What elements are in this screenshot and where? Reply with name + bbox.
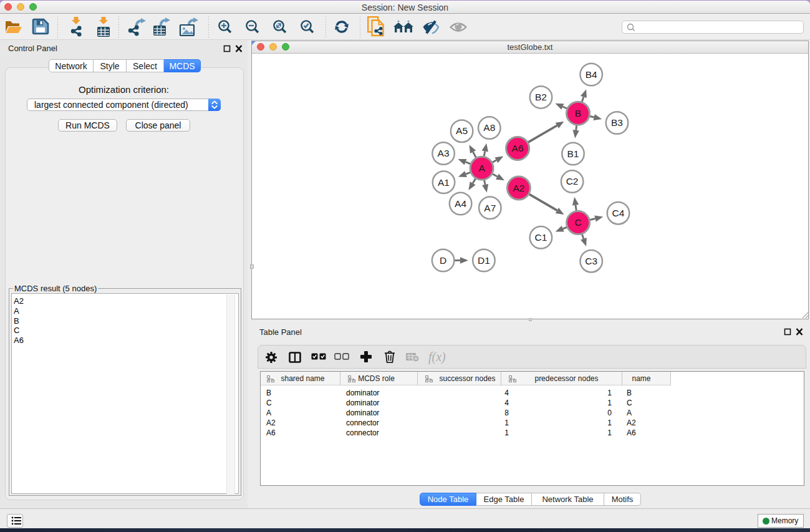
svg-text:B3: B3	[611, 117, 623, 128]
svg-text:A6: A6	[512, 143, 524, 153]
svg-text:C2: C2	[566, 176, 579, 186]
svg-text:D1: D1	[478, 255, 490, 266]
svg-text:A7: A7	[484, 203, 496, 213]
svg-text:C4: C4	[612, 208, 625, 218]
svg-text:B1: B1	[567, 148, 579, 159]
svg-text:A1: A1	[438, 177, 450, 188]
svg-text:A3: A3	[438, 148, 450, 158]
svg-text:A5: A5	[456, 125, 468, 136]
svg-text:C1: C1	[534, 232, 547, 243]
svg-text:A4: A4	[455, 198, 466, 209]
svg-text:D: D	[440, 255, 446, 266]
svg-text:A2: A2	[513, 183, 524, 193]
svg-text:A: A	[478, 163, 485, 173]
svg-text:A8: A8	[483, 122, 495, 133]
svg-text:C3: C3	[585, 256, 597, 266]
svg-text:C: C	[574, 217, 581, 228]
svg-text:B: B	[575, 108, 581, 118]
svg-text:B2: B2	[535, 92, 547, 102]
svg-text:B4: B4	[586, 69, 597, 80]
